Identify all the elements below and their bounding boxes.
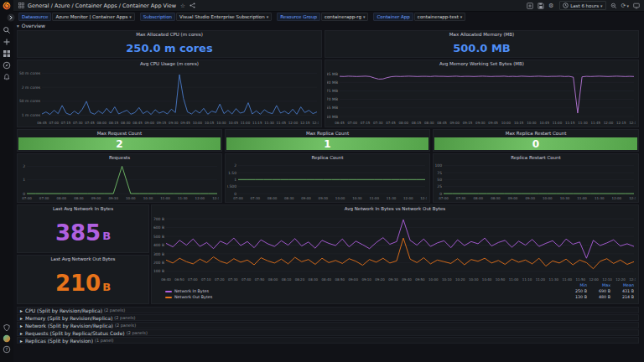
svg-text:07:00: 07:00 [49, 121, 59, 125]
svg-text:08:00: 08:00 [268, 277, 278, 282]
panel-title[interactable]: Last Avg Network Out Bytes [18, 256, 148, 261]
svg-text:08:00: 08:00 [474, 196, 484, 200]
svg-text:10:30: 10:30 [216, 121, 226, 125]
alerting-bell-icon[interactable] [3, 73, 11, 81]
svg-text:11:00: 11:00 [160, 196, 170, 200]
variable-datasource: Datasource Azure Monitor | Container App… [18, 13, 135, 21]
panel-title[interactable]: Replica Restart Count [434, 155, 638, 160]
panel-title[interactable]: Last Avg Network In Bytes [18, 206, 148, 211]
svg-text:80 MB: 80 MB [327, 80, 338, 85]
row-header-memory-split[interactable]: ▸ Memory (Split by Revision/Replica) (2 … [17, 314, 639, 321]
refresh-icon[interactable]: ⟳ [621, 3, 626, 9]
svg-text:2.50 m cores: 2.50 m cores [19, 71, 41, 75]
row-header-requests-split[interactable]: ▸ Requests (Split by Replica/Status Code… [17, 329, 639, 336]
svg-text:10:30: 10:30 [352, 196, 362, 200]
panel-title[interactable]: Requests [18, 155, 221, 160]
dashboards-icon[interactable] [3, 49, 11, 58]
cpu-usage-chart[interactable]: 2.50 m cores2 m cores1.50 m cores1 m cor… [19, 68, 319, 125]
variable-resource-group: Resource Group containerapp-rg▾ [277, 13, 368, 21]
svg-text:10:45: 10:45 [228, 121, 238, 125]
svg-text:10:00: 10:00 [193, 121, 203, 125]
row-header-overview[interactable]: ▾ Overview [17, 23, 45, 28]
svg-text:07:10: 07:10 [201, 277, 211, 282]
variable-value-dropdown[interactable]: Azure Monitor | Container Apps▾ [52, 13, 134, 21]
svg-text:07:30: 07:30 [251, 196, 261, 200]
row-header-network-split[interactable]: ▸ Network (Split by Revision/Replica) (2… [17, 322, 639, 328]
panel-title[interactable]: Avg Memory Working Set Bytes (MB) [325, 61, 638, 66]
tv-kiosk-icon[interactable] [633, 3, 640, 9]
panel-title[interactable]: Replica Count [226, 155, 429, 160]
svg-text:07:00: 07:00 [233, 196, 243, 200]
stat-value: 210B [18, 263, 148, 303]
panel-title[interactable]: Max Replica Count [226, 131, 429, 136]
breadcrumb[interactable]: General / Azure / Container Apps / Conta… [28, 3, 176, 9]
sidebar-expand-arrow-icon[interactable] [7, 13, 13, 20]
memory-working-set-chart[interactable]: 85 MB80 MB75 MB70 MB65 MB60 MB06:4507:00… [327, 68, 636, 125]
svg-text:10:30: 10:30 [469, 277, 479, 282]
panel-title[interactable]: Max Replica Restart Count [434, 131, 638, 136]
svg-text:08:20: 08:20 [295, 277, 305, 282]
explore-compass-icon[interactable] [3, 61, 11, 70]
svg-text:09:00: 09:00 [348, 277, 358, 282]
search-icon[interactable] [3, 26, 11, 34]
svg-text:08:15: 08:15 [109, 121, 119, 125]
svg-text:10:20: 10:20 [455, 277, 465, 282]
svg-text:2 m cores: 2 m cores [22, 85, 41, 90]
refresh-interval-dropdown[interactable]: ▾ [626, 3, 629, 8]
row-header-cpu-split[interactable]: ▸ CPU (Split by Revision/Replica) (2 pan… [17, 307, 639, 313]
svg-text:12:00: 12:00 [589, 277, 599, 282]
variable-value-dropdown[interactable]: containerapp-test▾ [414, 13, 465, 21]
dashboards-grid-icon[interactable] [18, 3, 24, 8]
svg-text:11:30: 11:30 [595, 196, 605, 200]
svg-text:11:30: 11:30 [549, 277, 559, 282]
svg-text:07:00: 07:00 [347, 121, 357, 125]
replica-restart-chart[interactable]: 100755025007:0007:3008:0008:3009:0009:30… [435, 162, 636, 200]
stat-value: 1 [226, 137, 428, 150]
svg-text:10:10: 10:10 [442, 277, 452, 282]
user-avatar[interactable] [3, 334, 11, 343]
help-icon[interactable]: ? [3, 345, 11, 354]
create-plus-icon[interactable] [3, 38, 11, 46]
svg-text:65 MB: 65 MB [327, 106, 338, 110]
panel-title[interactable]: Max Request Count [18, 131, 221, 136]
share-icon[interactable] [190, 3, 195, 8]
chevron-right-icon: ▸ [20, 323, 23, 328]
svg-text:07:30: 07:30 [39, 196, 49, 200]
requests-chart[interactable]: 21007:0007:3008:0008:3009:0009:3010:0010… [19, 162, 219, 200]
variable-value-dropdown[interactable]: containerapp-rg▾ [321, 13, 369, 21]
svg-text:07:45: 07:45 [386, 121, 396, 125]
chevron-right-icon: ▸ [20, 315, 23, 321]
grafana-logo[interactable] [3, 2, 11, 10]
variable-value-dropdown[interactable]: Visual Studio Enterprise Subscription▾ [176, 13, 272, 21]
legend[interactable]: MinMaxMeanNetwork In Bytes250 B690 B431 … [165, 282, 634, 302]
row-header-replicas-split[interactable]: ▸ Replicas (Split by Revision) (1 panel) [17, 337, 639, 344]
save-icon[interactable] [538, 3, 544, 9]
svg-text:2: 2 [234, 163, 236, 168]
svg-text:07:40: 07:40 [242, 277, 252, 282]
svg-text:11:10: 11:10 [522, 277, 532, 282]
stat-value: 250.0 m cores [18, 39, 321, 57]
network-chart[interactable]: 700 B600 B500 B400 B300 B200 B100 B06:40… [153, 213, 636, 282]
svg-text:09:00: 09:00 [145, 121, 155, 125]
svg-text:1: 1 [234, 178, 236, 182]
svg-text:08:15: 08:15 [412, 121, 422, 125]
panel-title[interactable]: Avg CPU Usage (m cores) [18, 61, 321, 66]
svg-text:09:45: 09:45 [180, 121, 190, 125]
svg-text:11:40: 11:40 [563, 277, 573, 282]
replica-count-chart[interactable]: 21.5010.500007:0007:3008:0008:3009:0009:… [227, 162, 427, 200]
svg-text:07:30: 07:30 [373, 121, 383, 125]
panel-title[interactable]: Max Allocated Memory (MB) [325, 32, 638, 37]
panel-title[interactable]: Avg Network In Bytes vs Network Out Byte… [152, 206, 638, 211]
panel-max-request-count: Max Request Count 2 [17, 129, 222, 152]
chevron-down-icon: ▾ [267, 14, 269, 19]
add-panel-icon[interactable] [527, 3, 533, 9]
time-range-picker[interactable]: Last 6 hours ▾ [559, 1, 605, 10]
star-icon[interactable]: ☆ [180, 3, 185, 9]
panel-title[interactable]: Max Allocated CPU (m cores) [18, 32, 321, 37]
settings-gear-icon[interactable]: ⚙ [548, 3, 553, 9]
svg-text:75 MB: 75 MB [327, 89, 338, 93]
svg-text:11:00: 11:00 [241, 121, 251, 125]
shield-icon[interactable] [3, 323, 11, 332]
zoom-out-icon[interactable] [610, 3, 617, 9]
svg-text:11:30: 11:30 [264, 121, 274, 125]
